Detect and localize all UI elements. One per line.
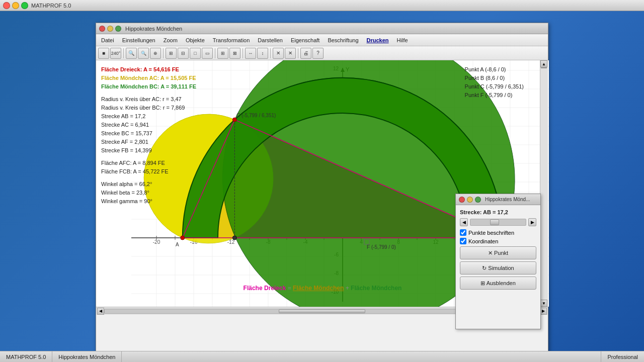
maximize-button[interactable]: [21, 2, 28, 9]
app-window-controls[interactable]: [3, 2, 28, 9]
window-title-bar: Hippokrates Möndchen: [96, 23, 548, 34]
scroll-up-btn[interactable]: ▲: [540, 60, 547, 67]
menu-darstellen[interactable]: Darstellen: [254, 36, 287, 44]
tool-zoom-reset[interactable]: ⊕: [150, 48, 161, 59]
scroll-right-btn[interactable]: ▶: [540, 308, 547, 315]
checkbox-punkte-row: Punkte beschriften: [460, 229, 536, 236]
side-min-btn[interactable]: [467, 197, 473, 203]
scroll-left-btn[interactable]: ◀: [97, 308, 104, 315]
win-min-btn[interactable]: [107, 26, 113, 32]
menu-beschriftung[interactable]: Beschriftung: [324, 36, 362, 44]
vscroll-thumb[interactable]: [541, 67, 547, 68]
tool-grid[interactable]: ⊞: [166, 48, 177, 59]
menu-zoom[interactable]: Zoom: [159, 36, 182, 44]
side-panel-body: Strecke: AB = 17,2 ◀ ▶ Punkte beschrifte…: [456, 205, 540, 296]
menu-objekte[interactable]: Objekte: [182, 36, 209, 44]
ausblenden-button[interactable]: ⊞ Ausblenden: [460, 277, 536, 290]
tool-print[interactable]: 🖨: [300, 48, 311, 59]
checkbox-punkte-label: Punkte beschriften: [468, 230, 514, 236]
tool-d1[interactable]: ↔: [245, 48, 256, 59]
menu-hilfe[interactable]: Hilfe: [393, 36, 412, 44]
slider-thumb[interactable]: [490, 219, 499, 225]
menu-drucken[interactable]: Drucken: [363, 36, 393, 44]
svg-text:-20: -20: [153, 239, 160, 245]
menu-einstellungen[interactable]: Einstellungen: [118, 36, 159, 44]
side-panel: Hippokrates Mönd... Strecke: AB = 17,2 ◀…: [455, 194, 541, 329]
close-button[interactable]: [3, 2, 10, 9]
checkbox-koordinaten[interactable]: [460, 238, 466, 244]
simulation-button[interactable]: ↻ Simulation: [460, 261, 536, 275]
tool-zoom-in[interactable]: 🔍: [126, 48, 137, 59]
svg-point-88: [181, 236, 185, 240]
svg-point-90: [232, 118, 236, 122]
punkt-button[interactable]: ✕ Punkt: [460, 246, 536, 259]
toolbar: ■ 240° 🔍 🔍 ⊕ ⊞ ⊟ □ ▭ ⊞ ⊠ ↔ ↕ ✕ ✕ 🖨 ?: [96, 46, 548, 60]
win-max-btn[interactable]: [115, 26, 121, 32]
checkbox-koordinaten-row: Koordinaten: [460, 238, 536, 244]
side-panel-title: Hippokrates Mönd...: [485, 197, 530, 202]
win-close-btn[interactable]: [99, 26, 105, 32]
side-max-btn[interactable]: [475, 197, 481, 203]
tool-c1[interactable]: ⊞: [217, 48, 228, 59]
status-topic: Hippokrates Möndchen: [52, 351, 122, 362]
slider-right-arrow[interactable]: ▶: [528, 218, 536, 226]
app-title-bar: MATHPROF 5.0: [0, 0, 644, 11]
tool-c2[interactable]: ⊠: [229, 48, 240, 59]
tool-zoom-out[interactable]: 🔍: [138, 48, 149, 59]
strecke-display: Strecke: AB = 17,2: [460, 209, 536, 215]
scroll-down-btn[interactable]: ▼: [540, 300, 547, 307]
status-app: MATHPROF 5.0: [0, 351, 52, 362]
slider-track[interactable]: [470, 219, 526, 226]
scroll-thumb[interactable]: [279, 309, 366, 313]
tool-d2[interactable]: ↕: [257, 48, 268, 59]
status-edition: Professional: [601, 351, 644, 362]
tool-b1[interactable]: □: [190, 48, 201, 59]
window-title: Hippokrates Möndchen: [125, 26, 182, 32]
checkbox-punkte[interactable]: [460, 229, 466, 236]
svg-point-91: [232, 236, 236, 240]
tool-close1[interactable]: ✕: [273, 48, 284, 59]
app-title: MATHPROF 5.0: [31, 3, 71, 9]
status-bar: MATHPROF 5.0 Hippokrates Möndchen Profes…: [0, 351, 644, 362]
menu-eigenschaft[interactable]: Eigenschaft: [287, 36, 324, 44]
side-close-btn[interactable]: [459, 197, 465, 203]
menu-transformation[interactable]: Transformation: [209, 36, 254, 44]
slider-left-arrow[interactable]: ◀: [460, 218, 468, 226]
tool-fit[interactable]: ⊟: [178, 48, 189, 59]
tool-b2[interactable]: ▭: [202, 48, 213, 59]
minimize-button[interactable]: [12, 2, 19, 9]
menu-bar: Datei Einstellungen Zoom Objekte Transfo…: [96, 34, 548, 46]
checkbox-koordinaten-label: Koordinaten: [468, 238, 498, 244]
side-panel-title-bar: Hippokrates Mönd...: [456, 194, 540, 205]
tool-help[interactable]: ?: [312, 48, 324, 59]
svg-text:F (-5,799 / 0): F (-5,799 / 0): [367, 244, 396, 250]
tool-angle[interactable]: 240°: [110, 48, 121, 59]
slider-row: ◀ ▶: [460, 218, 536, 226]
menu-datei[interactable]: Datei: [97, 36, 118, 44]
vertical-scrollbar[interactable]: ▲ ▼: [540, 60, 548, 307]
tool-select[interactable]: ■: [98, 48, 109, 59]
tool-close2[interactable]: ✕: [285, 48, 296, 59]
svg-text:C (-5,799 / 6,351): C (-5,799 / 6,351): [236, 113, 276, 118]
svg-text:A: A: [176, 242, 179, 247]
